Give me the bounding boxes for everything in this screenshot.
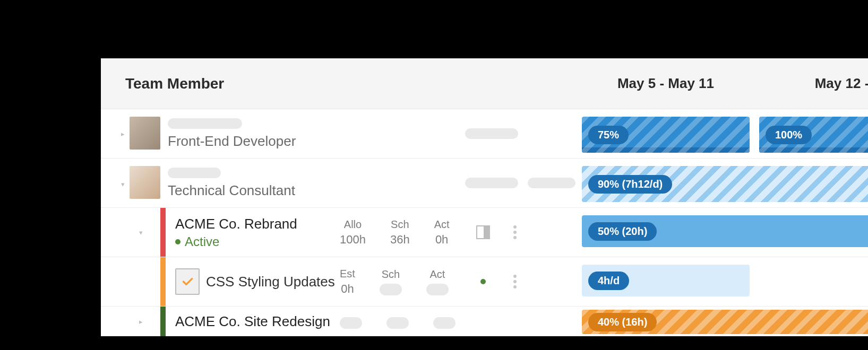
stat-scheduled: [386, 314, 409, 329]
spacer: [467, 307, 499, 336]
stat-allocated: [340, 314, 362, 329]
project-row[interactable]: ▸ ACME Co. Site Redesign 40% (16h): [101, 307, 868, 336]
workload-panel: Team Member May 5 - May 11 May 12 - ▸ Fr…: [101, 58, 868, 336]
placeholder-skeleton: [386, 317, 409, 329]
expand-caret-icon[interactable]: ▸: [116, 109, 130, 158]
allocation-cell[interactable]: 90% (7h12/d): [582, 166, 868, 202]
timeline: 4h/d: [578, 257, 754, 306]
project-title: ACME Co. Site Redesign: [175, 313, 340, 330]
week-column-1[interactable]: May 12 -: [754, 58, 868, 109]
panel-toggle-icon-col: [467, 208, 499, 257]
allocation-pill: 4h/d: [588, 272, 629, 290]
table-header: Team Member May 5 - May 11 May 12 -: [101, 58, 868, 109]
allocation-cell[interactable]: 75%: [582, 117, 750, 153]
project-info: ACME Co. Rebrand Active: [175, 208, 340, 257]
allocation-pill: 40% (16h): [588, 313, 657, 331]
stat-actual: Act: [426, 268, 449, 295]
more-menu-col: [499, 208, 531, 257]
placeholder-skeleton: [433, 317, 456, 329]
status-dot-col: [467, 257, 499, 306]
more-menu-icon[interactable]: [513, 225, 517, 239]
more-menu-col: [499, 257, 531, 306]
task-title: CSS Styling Updates: [206, 274, 335, 290]
allocation-pill: 100%: [766, 126, 812, 144]
timeline: 50% (20h): [578, 208, 868, 257]
task-checklist-icon: [175, 268, 200, 295]
member-role: Front-End Developer: [168, 133, 465, 150]
expand-caret-icon[interactable]: ▾: [116, 160, 130, 208]
stat-estimated: Est 0h: [340, 268, 355, 296]
allocation-cell[interactable]: 50% (20h): [582, 215, 868, 247]
stat-actual: Act 0h: [434, 218, 450, 247]
spacer: [499, 307, 531, 336]
expand-caret-icon[interactable]: ▸: [134, 307, 148, 336]
avatar: [130, 166, 160, 199]
timeline: 90% (7h12/d): [578, 159, 868, 207]
allocation-underbar: [759, 147, 868, 153]
panel-toggle-icon[interactable]: [476, 225, 490, 239]
placeholder-skeleton: [528, 178, 575, 188]
placeholder-skeleton: [426, 284, 449, 295]
project-color-bar: [160, 208, 166, 257]
placeholder-skeleton: [380, 284, 402, 295]
expand-caret-icon[interactable]: ▾: [134, 208, 148, 257]
member-row[interactable]: ▸ Front-End Developer 75% 100%: [101, 109, 868, 159]
placeholder-skeleton: [465, 178, 518, 188]
timeline: 40% (16h): [578, 307, 868, 336]
stat-scheduled: Sch: [380, 268, 402, 295]
member-role: Technical Consultant: [168, 182, 465, 199]
allocation-pill: 90% (7h12/d): [588, 175, 672, 194]
project-info: ACME Co. Site Redesign: [175, 307, 340, 336]
task-color-bar: [160, 257, 166, 306]
project-stats: Allo 100h Sch 36h Act 0h: [340, 208, 467, 257]
week-columns: May 5 - May 11 May 12 -: [578, 58, 868, 109]
member-row[interactable]: ▾ Technical Consultant 90% (7h12/d): [101, 159, 868, 208]
project-status: Active: [175, 234, 340, 249]
allocation-pill: 75%: [588, 126, 629, 144]
stat-allocated: Allo 100h: [340, 218, 366, 247]
stat-scheduled: Sch 36h: [390, 218, 410, 247]
project-status-label: Active: [185, 234, 219, 249]
column-header-team-member: Team Member: [116, 75, 578, 92]
placeholder-skeleton: [340, 317, 362, 329]
project-color-bar: [160, 307, 166, 336]
task-row[interactable]: CSS Styling Updates Est 0h Sch Act 4h/d: [101, 257, 868, 307]
task-stats: Est 0h Sch Act: [340, 257, 467, 306]
allocation-cell[interactable]: 4h/d: [582, 265, 750, 296]
placeholder-skeleton: [465, 128, 518, 139]
week-column-0[interactable]: May 5 - May 11: [578, 58, 754, 109]
status-dot-icon: [480, 279, 486, 284]
member-name-placeholder: [168, 168, 221, 178]
more-menu-icon[interactable]: [513, 275, 517, 288]
allocation-underbar: [582, 147, 750, 153]
project-row[interactable]: ▾ ACME Co. Rebrand Active Allo 100h Sch …: [101, 208, 868, 257]
allocation-cell[interactable]: 100%: [759, 117, 868, 153]
member-name-placeholder: [168, 118, 242, 129]
project-stats: [340, 307, 467, 336]
project-title: ACME Co. Rebrand: [175, 216, 340, 232]
allocation-pill: 50% (20h): [588, 222, 657, 241]
allocation-cell[interactable]: 40% (16h): [582, 310, 868, 334]
timeline: 75% 100%: [578, 109, 868, 158]
member-info: Front-End Developer: [168, 109, 465, 158]
member-info: Technical Consultant: [168, 159, 465, 207]
avatar: [130, 117, 160, 150]
status-dot-icon: [175, 239, 181, 244]
stat-actual: [433, 314, 456, 329]
